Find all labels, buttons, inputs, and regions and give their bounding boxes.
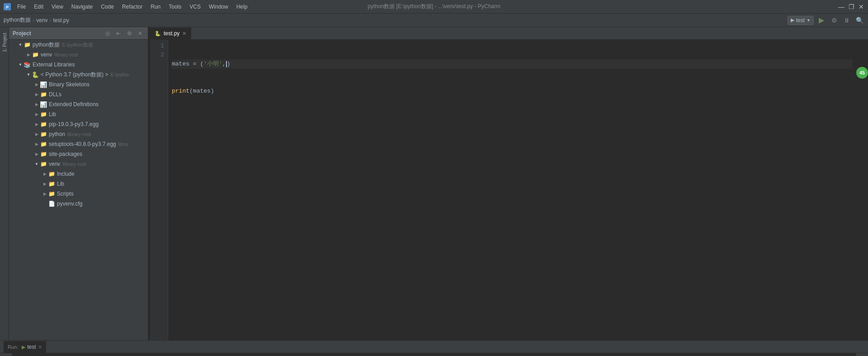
- run-button[interactable]: ▶: [816, 15, 826, 25]
- tree-arrow-python-lib: ▶: [33, 131, 40, 137]
- menu-view[interactable]: View: [48, 2, 67, 11]
- tree-item-setuptools[interactable]: ▶ 📁 setuptools-40.8.0-py3.7.egg libra: [9, 139, 148, 149]
- cfg-icon: 📄: [48, 200, 55, 207]
- window-controls: — ❐ ✕: [838, 4, 864, 10]
- gutter-badge: 45: [856, 67, 868, 79]
- tree-item-lib2[interactable]: ▶ 📁 Lib: [9, 179, 148, 189]
- run-tab-icon: ▶: [22, 344, 25, 350]
- breadcrumb-venv[interactable]: venv: [36, 17, 47, 23]
- menu-run[interactable]: Run: [147, 2, 164, 11]
- tree-sublabel-venv-lib: library root: [62, 161, 86, 167]
- menu-window[interactable]: Window: [205, 2, 232, 11]
- build-button[interactable]: ⚙: [829, 15, 839, 25]
- maximize-button[interactable]: ❐: [848, 4, 854, 10]
- hide-panel-button[interactable]: ✕: [136, 29, 144, 37]
- tree-arrow-lib2: ▶: [42, 181, 48, 187]
- tree-item-lib[interactable]: ▶ 📁 Lib: [9, 109, 148, 119]
- side-tab-project[interactable]: 1: Project: [0, 29, 9, 56]
- pause-button[interactable]: ⏸: [842, 15, 852, 25]
- bottom-right-buttons: ⚙: [855, 353, 868, 356]
- menu-edit[interactable]: Edit: [30, 2, 47, 11]
- tab-label: test.py: [164, 30, 179, 37]
- run-config-dropdown[interactable]: ▶ test ▼: [788, 16, 814, 25]
- breadcrumb-file[interactable]: test.py: [53, 17, 69, 23]
- window-title: python数据 [E:\python数据] - ...\venv\test.p…: [368, 3, 500, 10]
- tree-label-ext: External Libraries: [33, 61, 75, 68]
- folder-icon-scripts: 📁: [48, 190, 55, 197]
- tree-label-root: python数据: [33, 41, 60, 49]
- menu-vcs[interactable]: VCS: [186, 2, 204, 11]
- bottom-panel: Run: ▶ test ✕ ▶ ↑ ↓ ■ 📌 ↩ 🖨 🗑 E:\python数…: [0, 340, 868, 356]
- tree-arrow-root: ▼: [17, 42, 24, 48]
- tab-close-button[interactable]: ✕: [182, 31, 186, 37]
- folder-icon-root: 📁: [24, 41, 31, 48]
- tree-item-pip[interactable]: ▶ 📁 pip-19.0.3-py3.7.egg: [9, 119, 148, 129]
- line-num-1: 1: [152, 42, 164, 51]
- menu-code[interactable]: Code: [97, 2, 118, 11]
- tree-item-ext-defs[interactable]: ▶ 📊 Extended Definitions: [9, 99, 148, 109]
- breadcrumb-root[interactable]: python数据: [4, 16, 31, 24]
- tree-arrow-extdefs: ▶: [33, 101, 40, 108]
- tab-icon: 🐍: [155, 31, 161, 37]
- tree-label-venv-lib: venv: [49, 161, 60, 167]
- code-content[interactable]: mates = ( '小明' , ) print ( mates ): [168, 40, 856, 340]
- toolbar-right: ▶ test ▼ ▶ ⚙ ⏸ 🔍: [788, 15, 864, 25]
- tree-item-dlls[interactable]: ▶ 📁 DLLs: [9, 89, 148, 99]
- editor-area: 🐍 test.py ✕ 1 2 mates = ( '小明' , ): [150, 27, 868, 340]
- tree-label-lib2: Lib: [57, 181, 64, 187]
- tree-item-ext-libs[interactable]: ▼ 📚 External Libraries: [9, 60, 148, 70]
- main-layout: 1: Project Project ◎ ⇤ ⚙ ✕ ▼ 📁 python数据 …: [0, 27, 868, 340]
- folder-icon-setuptools: 📁: [40, 141, 47, 148]
- menu-refactor[interactable]: Refactor: [118, 2, 146, 11]
- tree-item-root[interactable]: ▼ 📁 python数据 E:\python数据: [9, 40, 148, 50]
- tree-item-include[interactable]: ▶ 📁 Include: [9, 169, 148, 179]
- line-numbers: 1 2: [150, 40, 168, 340]
- side-tabs: 1: Project: [0, 27, 9, 340]
- tree-label-binary: Binary Skeletons: [49, 81, 90, 88]
- tree-label-python-lib: python: [49, 131, 65, 137]
- bottom-tabs: Run: ▶ test ✕: [0, 341, 868, 353]
- file-tree: ▼ 📁 python数据 E:\python数据 ▶ 📁 venv librar…: [9, 40, 148, 340]
- run-config-label: test: [796, 17, 805, 23]
- menu-navigate[interactable]: Navigate: [68, 2, 96, 11]
- tree-label-scripts: Scripts: [57, 191, 74, 197]
- folder-icon-python-lib: 📁: [40, 131, 47, 138]
- extdefs-icon: 📊: [40, 101, 47, 108]
- locate-file-button[interactable]: ◎: [104, 29, 112, 37]
- close-button[interactable]: ✕: [858, 4, 864, 10]
- tree-item-pyvenv[interactable]: ▶ 📄 pyvenv.cfg: [9, 199, 148, 209]
- tree-arrow-venv: ▶: [25, 52, 32, 58]
- project-panel: Project ◎ ⇤ ⚙ ✕ ▼ 📁 python数据 E:\python数据…: [9, 27, 148, 340]
- tree-label-venv: venv: [41, 52, 52, 58]
- tree-item-binary-skel[interactable]: ▶ 📊 Binary Skeletons: [9, 80, 148, 89]
- folder-icon-include: 📁: [48, 170, 55, 178]
- toolbar: python数据 › venv › test.py ▶ test ▼ ▶ ⚙ ⏸…: [0, 14, 868, 27]
- run-config-icon: ▶: [791, 17, 794, 23]
- tree-item-site-pkg[interactable]: ▶ 📁 site-packages: [9, 149, 148, 159]
- settings-button[interactable]: ⚙: [125, 29, 133, 37]
- menu-tools[interactable]: Tools: [165, 2, 185, 11]
- run-tab[interactable]: Run: ▶ test ✕: [4, 341, 46, 353]
- tree-item-venv-lib[interactable]: ▼ 📁 venv library root: [9, 159, 148, 169]
- tree-label-pyvenv: pyvenv.cfg: [57, 201, 82, 207]
- tree-arrow-py37: ▼: [25, 71, 32, 78]
- tree-arrow-lib: ▶: [33, 111, 40, 117]
- line-num-2: 2: [152, 51, 164, 60]
- lib-icon-ext: 📚: [24, 61, 31, 68]
- collapse-all-button[interactable]: ⇤: [114, 29, 123, 37]
- tree-item-python37[interactable]: ▼ 🐍 < Python 3.7 (python数据) > E:\pytho: [9, 70, 148, 80]
- bottom-left-buttons: ▶ ↑ ↓ ■ 📌 ↩ 🖨 🗑: [0, 353, 13, 356]
- svg-text:P: P: [6, 5, 9, 9]
- editor-tab-test-py[interactable]: 🐍 test.py ✕: [150, 28, 191, 39]
- menu-help[interactable]: Help: [233, 2, 251, 11]
- run-tab-close[interactable]: ✕: [38, 344, 42, 350]
- tree-sublabel-venv: library root: [54, 52, 78, 57]
- tree-arrow-include: ▶: [42, 171, 48, 177]
- search-everywhere-button[interactable]: 🔍: [854, 15, 864, 25]
- menu-file[interactable]: File: [14, 2, 29, 11]
- tree-item-python-lib[interactable]: ▶ 📁 python library root: [9, 129, 148, 139]
- tree-item-venv[interactable]: ▶ 📁 venv library root: [9, 50, 148, 60]
- panel-title: Project: [13, 30, 101, 37]
- tree-item-scripts[interactable]: ▶ 📁 Scripts: [9, 189, 148, 199]
- minimize-button[interactable]: —: [838, 4, 844, 10]
